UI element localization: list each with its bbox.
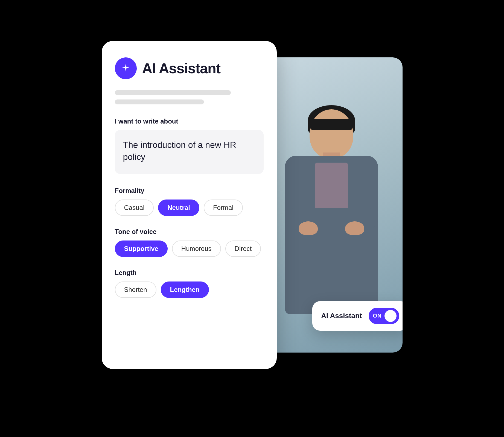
toggle-card-label: AI Assistant — [321, 312, 362, 320]
formality-chips: Casual Neutral Formal — [115, 200, 264, 216]
length-section: Length Shorten Lengthen — [115, 269, 264, 298]
placeholder-bar-long — [115, 90, 231, 95]
panel-title: AI Assistant — [142, 60, 221, 77]
tone-label: Tone of voice — [115, 228, 264, 236]
tone-chip-direct[interactable]: Direct — [225, 241, 261, 257]
person-head — [310, 109, 353, 159]
write-about-label: I want to write about — [115, 118, 264, 125]
length-label: Length — [115, 269, 264, 277]
tone-chip-humorous[interactable]: Humorous — [172, 241, 221, 257]
ai-assistant-toggle-card[interactable]: AI Assistant ON — [312, 301, 402, 331]
write-about-content: The introduction of a new HR policy — [123, 139, 255, 163]
person-left-hand — [345, 221, 364, 235]
toggle-knob — [384, 310, 397, 322]
tone-section: Tone of voice Supportive Humorous Direct — [115, 228, 264, 257]
formality-section: Formality Casual Neutral Formal — [115, 187, 264, 216]
formality-label: Formality — [115, 187, 264, 195]
scene: ✦ ✦ ✦ AI Assistant ON — [102, 41, 403, 396]
photo-card: AI Assistant ON — [260, 57, 403, 353]
sparkle-icon — [120, 63, 131, 74]
placeholder-bars — [115, 90, 264, 104]
ai-icon — [115, 57, 137, 79]
length-chip-lengthen[interactable]: Lengthen — [161, 281, 209, 298]
length-chips: Shorten Lengthen — [115, 281, 264, 298]
person-right-hand — [299, 221, 318, 235]
ai-panel: AI Assistant I want to write about The i… — [102, 41, 277, 369]
tone-chips: Supportive Humorous Direct — [115, 241, 264, 257]
formality-chip-formal[interactable]: Formal — [204, 200, 243, 216]
length-chip-shorten[interactable]: Shorten — [115, 281, 156, 298]
toggle-switch[interactable]: ON — [369, 308, 399, 324]
panel-header: AI Assistant — [115, 57, 264, 79]
write-about-section: I want to write about The introduction o… — [115, 118, 264, 174]
placeholder-bar-medium — [115, 99, 204, 104]
formality-chip-casual[interactable]: Casual — [115, 200, 154, 216]
tone-chip-supportive[interactable]: Supportive — [115, 241, 168, 257]
write-about-input-box[interactable]: The introduction of a new HR policy — [115, 130, 264, 174]
person-hair-bang — [310, 119, 352, 130]
toggle-on-text: ON — [373, 313, 382, 319]
formality-chip-neutral[interactable]: Neutral — [158, 200, 199, 216]
